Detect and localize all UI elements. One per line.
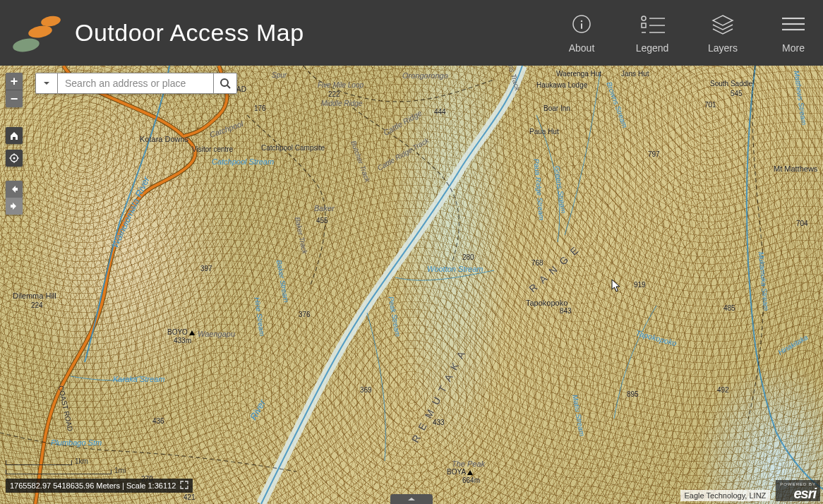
- svg-point-14: [13, 157, 16, 160]
- arrow-left-icon: [9, 184, 19, 194]
- expand-icon: [180, 481, 188, 489]
- scale-bar: 1km 1mi: [6, 457, 126, 474]
- home-button[interactable]: [6, 127, 23, 144]
- legend-button[interactable]: Legend: [635, 13, 669, 54]
- coordinate-text: 1765582.97 5418635.96 Meters | Scale 1:3…: [10, 481, 176, 490]
- esri-brand: esri: [793, 486, 816, 500]
- chevron-up-icon: [407, 496, 416, 502]
- scale-km-bar: [6, 460, 72, 465]
- search-input[interactable]: [58, 73, 213, 94]
- svg-point-19: [221, 79, 228, 86]
- extent-nav: [6, 181, 23, 215]
- app-logo: Outdoor Access Map: [13, 13, 304, 53]
- hamburger-icon: [779, 13, 807, 35]
- layers-icon: [709, 13, 737, 35]
- more-label: More: [782, 42, 805, 54]
- home-icon: [9, 131, 19, 140]
- header-tools: About Legend Layers More: [565, 13, 810, 54]
- svg-point-3: [642, 16, 646, 20]
- map-viewport[interactable]: R E M U T A K A R A N G E Kotara Downs V…: [0, 66, 823, 504]
- search-bar: [35, 73, 237, 94]
- powered-by-label: POWERED BY: [780, 482, 816, 486]
- map-vector-overlay: [0, 66, 823, 504]
- next-extent-button: [6, 198, 23, 215]
- map-attribution: Eagle Technology, LINZ POWERED BY esri: [680, 480, 820, 501]
- previous-extent-button[interactable]: [6, 181, 23, 198]
- chevron-down-icon: [43, 80, 50, 87]
- esri-logo[interactable]: POWERED BY esri: [776, 480, 820, 501]
- info-icon: [567, 13, 596, 35]
- scale-mi-label: 1mi: [114, 467, 126, 474]
- scale-mi-bar: [6, 469, 112, 474]
- about-label: About: [569, 42, 595, 54]
- layers-button[interactable]: Layers: [706, 13, 740, 54]
- search-source-dropdown[interactable]: [35, 73, 58, 94]
- zoom-out-button[interactable]: −: [6, 90, 23, 107]
- coordinate-readout: 1765582.97 5418635.96 Meters | Scale 1:3…: [6, 479, 193, 493]
- target-icon: [9, 153, 19, 163]
- app-title: Outdoor Access Map: [75, 19, 304, 47]
- legend-icon: [638, 13, 666, 35]
- layers-label: Layers: [708, 42, 738, 54]
- logo-mark: [13, 13, 62, 53]
- search-icon: [220, 78, 231, 89]
- attribute-table-handle[interactable]: [390, 494, 433, 504]
- arrow-right-icon: [9, 201, 19, 211]
- scale-km-label: 1km: [75, 457, 88, 465]
- svg-line-20: [227, 85, 230, 88]
- attribution-text: Eagle Technology, LINZ: [680, 490, 771, 501]
- locate-button[interactable]: [6, 150, 23, 167]
- coordinate-expand-button[interactable]: [180, 481, 188, 491]
- more-button[interactable]: More: [776, 13, 810, 54]
- app-header: Outdoor Access Map About Legend Layers M…: [0, 0, 823, 66]
- search-submit-button[interactable]: [213, 73, 237, 94]
- zoom-in-button[interactable]: +: [6, 73, 23, 90]
- zoom-control: + −: [6, 73, 23, 107]
- about-button[interactable]: About: [565, 13, 599, 54]
- svg-rect-5: [642, 23, 646, 28]
- svg-marker-9: [713, 16, 733, 25]
- legend-label: Legend: [636, 42, 669, 54]
